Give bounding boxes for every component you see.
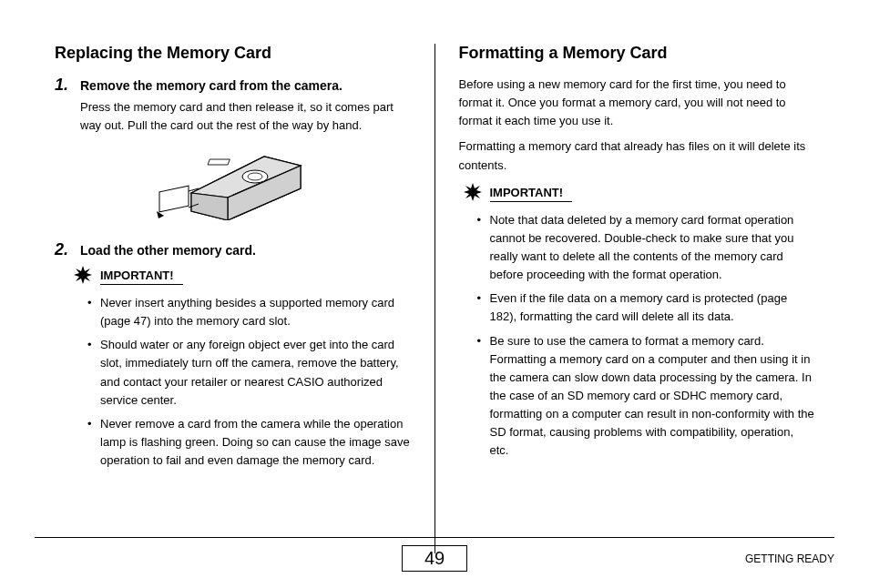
list-item: Never insert anything besides a supporte… — [87, 294, 411, 330]
list-item: Never remove a card from the camera whil… — [87, 415, 411, 470]
step-1: 1. Remove the memory card from the camer… — [55, 76, 411, 95]
important-label-right: IMPORTANT! — [490, 186, 573, 202]
left-column: Replacing the Memory Card 1. Remove the … — [35, 44, 431, 526]
list-item: Even if the file data on a memory card i… — [477, 289, 815, 326]
step-1-title: Remove the memory card from the camera. — [80, 78, 342, 93]
svg-rect-2 — [208, 159, 230, 165]
step-1-number: 1. — [55, 76, 73, 95]
important-heading-left: IMPORTANT! — [73, 265, 411, 289]
step-2-number: 2. — [55, 240, 73, 259]
starburst-icon — [463, 182, 483, 206]
column-divider — [434, 44, 435, 553]
camera-illustration — [55, 143, 411, 224]
right-column: Formatting a Memory Card Before using a … — [439, 44, 835, 526]
intro-1: Before using a new memory card for the f… — [459, 76, 815, 130]
svg-point-1 — [248, 173, 262, 180]
important-label-left: IMPORTANT! — [100, 269, 183, 285]
left-bullets: Never insert anything besides a supporte… — [87, 294, 411, 470]
step-2-title: Load the other memory card. — [80, 243, 256, 258]
intro-2: Formatting a memory card that already ha… — [459, 137, 815, 174]
svg-marker-7 — [464, 183, 482, 201]
step-2: 2. Load the other memory card. — [55, 240, 411, 259]
starburst-icon — [73, 265, 93, 289]
right-heading: Formatting a Memory Card — [459, 44, 815, 63]
important-heading-right: IMPORTANT! — [463, 182, 815, 206]
list-item: Note that data deleted by a memory card … — [477, 211, 815, 285]
right-bullets: Note that data deleted by a memory card … — [477, 211, 815, 461]
section-label: GETTING READY — [745, 553, 834, 565]
svg-marker-6 — [74, 266, 92, 284]
footer-row: 49 GETTING READY — [35, 545, 834, 572]
two-column-layout: Replacing the Memory Card 1. Remove the … — [35, 44, 834, 526]
page-number: 49 — [402, 545, 467, 572]
footer-rule — [35, 537, 834, 538]
step-1-body: Press the memory card and then release i… — [80, 98, 411, 134]
svg-rect-3 — [159, 186, 189, 212]
list-item: Be sure to use the camera to format a me… — [477, 332, 815, 461]
page-footer: 49 GETTING READY — [35, 537, 834, 572]
list-item: Should water or any foreign object ever … — [87, 336, 411, 410]
left-heading: Replacing the Memory Card — [55, 44, 411, 63]
